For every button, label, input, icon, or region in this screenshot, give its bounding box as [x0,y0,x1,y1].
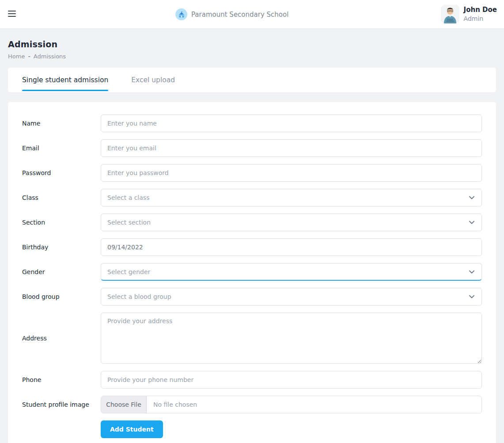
admission-tabs: Single student admission Excel upload [8,68,496,92]
blood-group-select-placeholder: Select a blood group [107,293,171,300]
phone-label: Phone [22,376,101,383]
phone-input[interactable] [101,371,482,389]
form-row-blood-group: Blood group Select a blood group [22,288,482,306]
profile-image-label: Student profile image [22,401,101,408]
birthday-date-input[interactable] [101,238,482,256]
breadcrumb: Home - Admissions [8,53,496,60]
form-row-name: Name [22,115,482,132]
tab-single-student-admission[interactable]: Single student admission [22,68,108,92]
class-select-placeholder: Select a class [107,194,149,201]
user-role: Admin [464,15,497,23]
section-select[interactable]: Select section [101,214,482,231]
form-row-phone: Phone [22,371,482,389]
chevron-down-icon [469,221,474,224]
form-row-email: Email [22,139,482,157]
chevron-down-icon [469,295,474,298]
gender-label: Gender [22,268,101,275]
add-student-button[interactable]: Add Student [101,420,163,438]
school-logo-icon [175,8,187,20]
form-row-gender: Gender Select gender [22,263,482,281]
choose-file-button[interactable]: Choose File [101,396,147,413]
breadcrumb-current: Admissions [34,53,66,60]
name-input[interactable] [101,115,482,132]
email-input[interactable] [101,139,482,157]
address-textarea[interactable] [101,313,482,364]
user-profile[interactable]: John Doe Admin [441,5,497,23]
form-row-class: Class Select a class [22,189,482,206]
password-input[interactable] [101,164,482,182]
breadcrumb-separator: - [28,53,30,60]
chevron-down-icon [469,196,474,199]
blood-group-label: Blood group [22,293,101,300]
class-label: Class [22,194,101,201]
breadcrumb-home-link[interactable]: Home [8,53,25,60]
form-row-address: Address [22,313,482,364]
main-content: Admission Home - Admissions Single stude… [0,39,504,443]
hamburger-menu-icon[interactable] [8,11,16,17]
name-label: Name [22,120,101,127]
admission-form: Name Email Password Class Select a class [8,102,496,443]
file-chosen-status: No file chosen [147,396,197,413]
email-label: Email [22,145,101,152]
page-title: Admission [8,39,496,49]
chevron-down-icon [469,270,474,274]
form-row-password: Password [22,164,482,182]
profile-image-file-input[interactable]: Choose File No file chosen [101,396,482,413]
form-row-birthday: Birthday [22,238,482,256]
tab-excel-upload[interactable]: Excel upload [131,68,175,92]
school-name: Paramount Secondary School [191,11,288,19]
top-header: Paramount Secondary School John Doe Admi… [0,0,504,29]
user-name: John Doe [464,6,497,15]
section-select-placeholder: Select section [107,219,151,226]
birthday-label: Birthday [22,244,101,251]
address-label: Address [22,335,101,342]
section-label: Section [22,219,101,226]
class-select[interactable]: Select a class [101,189,482,206]
submit-row: Add Student [101,420,482,438]
user-avatar [441,5,459,23]
gender-select[interactable]: Select gender [101,263,482,281]
form-row-profile-image: Student profile image Choose File No fil… [22,396,482,413]
school-brand: Paramount Secondary School [175,0,288,29]
password-label: Password [22,169,101,176]
blood-group-select[interactable]: Select a blood group [101,288,482,306]
form-row-section: Section Select section [22,214,482,231]
gender-select-placeholder: Select gender [107,268,150,275]
